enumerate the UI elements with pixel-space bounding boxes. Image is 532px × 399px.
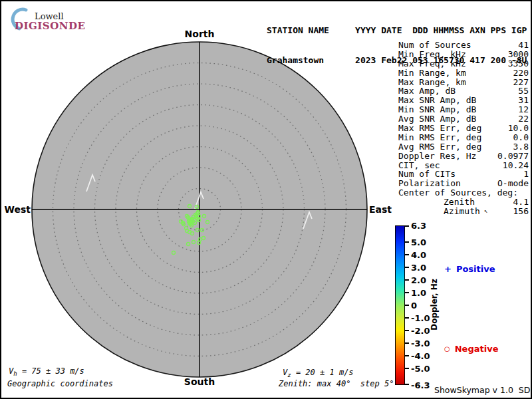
colorbar-tick-label: -5.0 (411, 364, 430, 374)
parameter-row: Azimuth↖156 (398, 207, 529, 216)
compass-label-east: East (369, 204, 392, 215)
parameter-row: Center of Sources, deg: (398, 188, 529, 198)
parameter-label: Max Range, km (398, 78, 466, 87)
parameter-row: Avg RMS Err, deg3.8 (398, 142, 529, 152)
parameter-value: 31 (518, 96, 529, 105)
parameter-label: Avg RMS Err, deg (398, 142, 481, 152)
parameter-value: 3000 (508, 50, 529, 59)
parameter-row: Avg SNR Amp, dB22 (398, 114, 529, 124)
colorbar-tick (405, 317, 409, 319)
lowell-digisonde-logo: Lowell DIGISONDE (7, 5, 113, 33)
parameter-label: CIT, sec (398, 161, 440, 170)
parameter-row: Zenith4.1 (398, 198, 529, 207)
parameter-value: 156 (513, 207, 529, 216)
colorbar-tick (405, 292, 409, 293)
compass-label-south: South (184, 376, 215, 387)
parameter-value: 227 (513, 78, 529, 87)
colorbar-tick-label: -6.3 (411, 380, 430, 390)
zenith-range-note: Zenith: max 40° step 5° (279, 379, 394, 388)
circle-marker-icon: ○ (444, 345, 450, 352)
parameter-value: 4.1 (513, 198, 529, 207)
parameter-value: 0.0 (513, 133, 529, 142)
parameter-value: 10.24 (503, 161, 529, 170)
parameter-row: Doppler Res, Hz0.0977 (398, 152, 529, 161)
positive-label: Positive (456, 264, 495, 274)
positive-doppler-legend: +Positive (444, 264, 495, 274)
parameter-row: Max SNR Amp, dB31 (398, 96, 529, 105)
parameter-label: Num of Sources (398, 41, 471, 50)
parameter-row: CIT, sec10.24 (398, 161, 529, 170)
parameter-row: Num of Sources41 (398, 41, 529, 50)
parameter-value: 41 (518, 41, 529, 50)
parameter-label: Max RMS Err, deg (398, 124, 481, 133)
parameter-label: Max Amp, dB (398, 86, 456, 96)
parameter-value: 22 (518, 114, 529, 124)
parameter-row: Max Freq, kHz3350 (398, 59, 529, 68)
negative-label: Negative (455, 344, 499, 354)
colorbar-tick-label: 3.0 (411, 262, 426, 272)
colorbar-tick-label: 1.0 (411, 287, 426, 297)
compass-label-west: West (3, 204, 31, 215)
colorbar-tick-label: -2.0 (411, 326, 430, 336)
colorbar-tick (405, 254, 409, 255)
parameter-label: Min SNR Amp, dB (398, 105, 476, 114)
compass-label-north: North (185, 29, 215, 39)
colorbar-tick (405, 279, 409, 281)
doppler-colorbar: 6.35.04.03.02.01.00-1.0-2.0-3.0-4.0-5.0-… (395, 225, 405, 385)
colorbar-tick (405, 330, 409, 331)
parameter-label: Azimuth (444, 207, 480, 216)
negative-doppler-legend: ○Negative (444, 344, 498, 354)
colorbar-tick (405, 267, 409, 268)
parameter-label: Zenith (444, 198, 475, 207)
station-header-labels: STATION NAME YYYY DATE DDD HHMMSS AXN PP… (267, 25, 527, 35)
azimuth-arrow-icon: ↖ (484, 207, 487, 216)
colorbar-tick-label: 6.3 (411, 221, 426, 231)
colorbar-tick (405, 368, 409, 369)
colorbar-tick-label: -1.0 (411, 313, 430, 323)
coordinate-system-note: Geographic coordinates (7, 379, 113, 388)
parameter-label: Polarization (398, 179, 461, 188)
showskymap-window: Lowell DIGISONDE STATION NAME YYYY DATE … (0, 0, 532, 399)
colorbar-tick-label: 0 (411, 301, 417, 311)
parameter-row: Min RMS Err, deg0.0 (398, 133, 529, 142)
parameter-panel: Num of Sources41Min Freq, kHz3000Max Fre… (398, 41, 529, 216)
parameter-label: Num of CITs (398, 170, 456, 179)
colorbar-tick (405, 225, 409, 227)
parameter-value: 10.0 (508, 124, 529, 133)
vertical-velocity-readout: Vz = 20 ± 1 m/s (283, 368, 354, 378)
colorbar-tick-label: -4.0 (411, 351, 430, 361)
parameter-value: 1 (523, 170, 529, 179)
parameter-label: Min RMS Err, deg (398, 133, 481, 142)
parameter-label: Center of Sources, deg: (398, 188, 518, 198)
parameter-row: Min Freq, kHz3000 (398, 50, 529, 59)
parameter-row: Max Amp, dB55 (398, 86, 529, 96)
colorbar-tick (405, 384, 409, 385)
plus-marker-icon: + (444, 264, 452, 274)
parameter-row: Max RMS Err, deg10.0 (398, 124, 529, 133)
parameter-value: 55 (518, 86, 529, 96)
parameter-row: Num of CITs1 (398, 170, 529, 179)
logo-digisonde-text: DIGISONDE (15, 20, 85, 32)
colorbar-gradient (395, 225, 405, 385)
colorbar-tick-label: -3.0 (411, 338, 430, 348)
parameter-value: 0.0977 (497, 152, 529, 161)
colorbar-tick-label: 5.0 (411, 237, 426, 247)
parameter-label: Max SNR Amp, dB (398, 96, 476, 105)
colorbar-tick (405, 241, 409, 243)
parameter-row: Min Range, km220 (398, 68, 529, 78)
parameter-value: 3.8 (513, 142, 529, 152)
parameter-value: 12 (518, 105, 529, 114)
colorbar-tick (405, 355, 409, 356)
parameter-row: Min SNR Amp, dB12 (398, 105, 529, 114)
vz-value: = 20 ± 1 m/s (291, 368, 354, 377)
vh-value: = 75 ± 33 m/s (17, 366, 84, 376)
parameter-label: Avg SNR Amp, dB (398, 114, 476, 124)
parameter-label: Min Freq, kHz (398, 50, 466, 59)
parameter-label: Max Freq, kHz (398, 59, 466, 68)
parameter-value: 3350 (508, 59, 529, 68)
colorbar-tick (405, 342, 409, 344)
parameter-label: Doppler Res, Hz (398, 152, 476, 161)
colorbar-tick-label: 4.0 (411, 249, 426, 259)
parameter-value: O-mode (497, 179, 529, 188)
parameter-label: Min Range, km (398, 68, 466, 78)
